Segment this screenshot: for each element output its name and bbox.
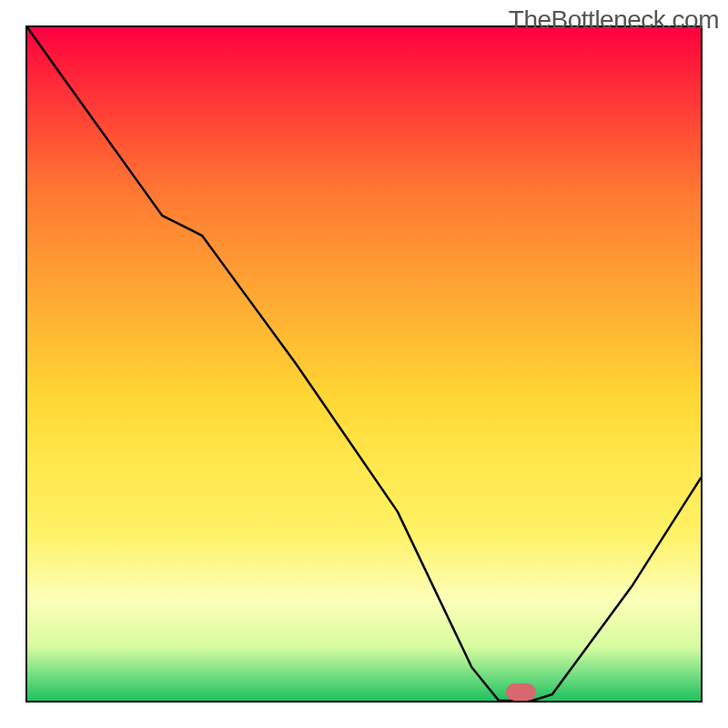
watermark-text: TheBottleneck.com	[509, 5, 719, 35]
curve-path	[27, 27, 701, 701]
optimal-marker	[506, 683, 536, 701]
chart-container: TheBottleneck.com	[0, 0, 728, 728]
bottleneck-curve	[27, 27, 701, 701]
plot-area	[25, 25, 703, 703]
